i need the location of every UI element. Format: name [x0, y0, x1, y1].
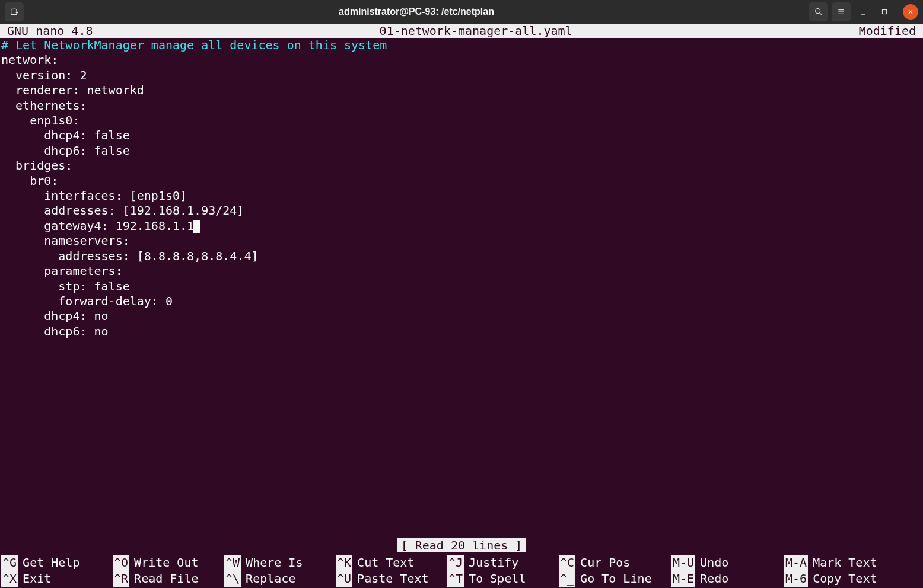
editor-line: version: 2	[1, 68, 922, 83]
nano-status-text: [ Read 20 lines ]	[397, 538, 526, 552]
search-button[interactable]	[809, 2, 828, 21]
nano-modified: Modified	[859, 24, 922, 38]
menu-button[interactable]	[832, 2, 851, 21]
shortcut-key: ^R	[113, 571, 129, 587]
shortcut-key: ^C	[559, 555, 575, 571]
editor-line: addresses: [192.168.1.93/24]	[1, 203, 922, 218]
editor-line: dhcp6: no	[1, 324, 922, 339]
shortcut-key: ^_	[559, 571, 575, 587]
editor-line: renderer: networkd	[1, 83, 922, 98]
maximize-button[interactable]	[876, 3, 893, 21]
shortcut-key: ^O	[113, 555, 129, 571]
editor-line: dhcp4: no	[1, 309, 922, 324]
shortcut-label: Exit	[23, 571, 51, 587]
shortcut-key: ^X	[1, 571, 18, 587]
shortcut-label: Cur Pos	[580, 555, 630, 571]
shortcut-item: M-AMark Text	[784, 555, 896, 571]
shortcut-label: To Spell	[469, 571, 526, 587]
svg-rect-9	[883, 10, 887, 14]
shortcut-item: ^CCur Pos	[559, 555, 671, 571]
window-titlebar: administrator@PC-93: /etc/netplan	[0, 0, 923, 24]
nano-app-label: GNU nano 4.8	[1, 24, 93, 38]
shortcut-label: Copy Text	[813, 571, 877, 587]
svg-point-3	[816, 9, 820, 14]
shortcut-label: Mark Text	[813, 555, 877, 571]
shortcut-item: ^\Replace	[224, 571, 336, 587]
editor-line: enp1s0:	[1, 113, 922, 128]
shortcut-item: ^UPaste Text	[336, 571, 447, 587]
editor-line: gateway4: 192.168.1.1	[1, 219, 922, 234]
shortcut-item: M-UUndo	[671, 555, 784, 571]
editor-line: nameservers:	[1, 234, 922, 248]
editor-line: dhcp6: false	[1, 143, 922, 158]
editor-line: stp: false	[1, 279, 922, 294]
shortcut-item: ^GGet Help	[1, 555, 113, 571]
shortcut-label: Paste Text	[357, 571, 428, 587]
shortcut-label: Where Is	[246, 555, 303, 571]
shortcut-key: M-U	[671, 555, 695, 571]
editor-line: dhcp4: false	[1, 128, 922, 143]
shortcut-item: ^RRead File	[113, 571, 224, 587]
shortcut-item: M-6Copy Text	[784, 571, 896, 587]
window-title: administrator@PC-93: /etc/netplan	[24, 7, 809, 17]
shortcut-key: M-E	[671, 571, 695, 587]
nano-editor[interactable]: # Let NetworkManager manage all devices …	[0, 38, 923, 339]
new-tab-button[interactable]	[5, 2, 24, 21]
editor-line: interfaces: [enp1s0]	[1, 188, 922, 203]
nano-shortcut-bar: ^GGet Help^OWrite Out^WWhere Is^KCut Tex…	[0, 555, 923, 588]
shortcut-label: Read File	[134, 571, 198, 587]
shortcut-key: ^J	[447, 555, 464, 571]
shortcut-item: ^TTo Spell	[447, 571, 559, 587]
editor-line: addresses: [8.8.8.8,8.8.4.4]	[1, 249, 922, 264]
shortcut-key: ^\	[224, 571, 241, 587]
shortcut-label: Justify	[469, 555, 518, 571]
svg-rect-0	[11, 9, 17, 14]
shortcut-item: ^KCut Text	[336, 555, 447, 571]
shortcut-item: ^XExit	[1, 571, 113, 587]
editor-line: parameters:	[1, 264, 922, 279]
editor-comment-line: # Let NetworkManager manage all devices …	[1, 38, 922, 53]
shortcut-item: ^WWhere Is	[224, 555, 336, 571]
shortcut-key: M-6	[784, 571, 808, 587]
shortcut-label: Cut Text	[357, 555, 414, 571]
shortcut-label: Undo	[700, 555, 728, 571]
shortcut-label: Write Out	[134, 555, 198, 571]
shortcut-key: ^K	[336, 555, 352, 571]
text-cursor	[193, 220, 200, 233]
nano-header: GNU nano 4.8 01-network-manager-all.yaml…	[0, 24, 923, 38]
shortcut-key: ^W	[224, 555, 241, 571]
editor-line: ethernets:	[1, 98, 922, 113]
editor-line: forward-delay: 0	[1, 294, 922, 309]
nano-filename: 01-network-manager-all.yaml	[93, 24, 859, 38]
shortcut-key: ^U	[336, 571, 352, 587]
shortcut-key: ^T	[447, 571, 464, 587]
minimize-button[interactable]	[854, 3, 872, 21]
editor-line: network:	[1, 53, 922, 68]
editor-line: br0:	[1, 174, 922, 188]
shortcut-label: Get Help	[23, 555, 79, 571]
shortcut-key: M-A	[784, 555, 808, 571]
editor-line: bridges:	[1, 158, 922, 173]
shortcut-label: Redo	[700, 571, 728, 587]
nano-status-line: [ Read 20 lines ]	[0, 538, 923, 552]
shortcut-item: ^_Go To Line	[559, 571, 671, 587]
shortcut-key: ^G	[1, 555, 18, 571]
close-button[interactable]	[903, 4, 918, 20]
shortcut-item: M-ERedo	[671, 571, 784, 587]
shortcut-label: Replace	[246, 571, 295, 587]
shortcut-item: ^OWrite Out	[113, 555, 224, 571]
svg-line-4	[820, 13, 822, 15]
shortcut-label: Go To Line	[580, 571, 651, 587]
shortcut-item: ^JJustify	[447, 555, 559, 571]
